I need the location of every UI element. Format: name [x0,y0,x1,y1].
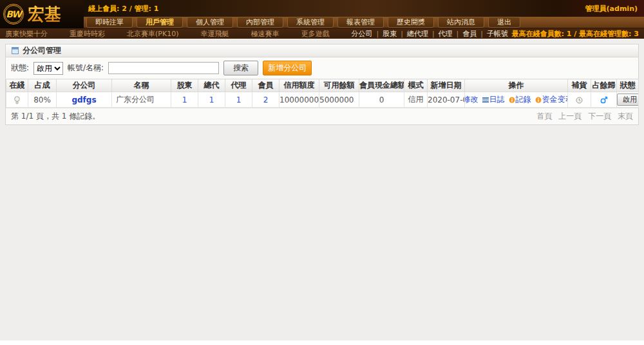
cell-share-percent: 80% [28,92,57,108]
online-count-label: 綫上會員: 2 / 管理: 1 [88,4,158,14]
last-page-link[interactable]: 末頁 [618,112,633,121]
subnav-separator: | [432,30,435,38]
table-footer: 第 1/1 頁，共 1 條記錄。 首頁 上一頁 下一頁 末頁 [6,108,638,124]
subnav-separator: | [376,30,379,38]
funds-change-link[interactable]: 资金变动 [535,94,568,105]
account-name-label: 帳號/名稱: [68,63,104,74]
next-page-link[interactable]: 下一頁 [588,112,611,121]
page: 即時注單 用戶管理 個人管理 內部管理 系統管理 報表管理 歷史開獎 站內消息 … [0,0,644,345]
branch-table: 在綫 占成 分公司 名稱 股東 總代 代理 會員 信用額度 可用餘額 會員現金總… [6,79,639,108]
page-title: 分公司管理 [23,45,61,56]
admin-account-label: 管理員(admin) [585,4,638,14]
cell-available-balance: 5000000 [319,92,359,108]
game-beijing-pk10[interactable]: 北京賽車(PK10) [127,29,178,39]
games-nav: 廣東快樂十分 重慶時時彩 北京賽車(PK10) 幸運飛艇 極速賽車 更多遊戲 分… [0,28,644,39]
cell-credit-limit: 10000000 [279,92,319,108]
subnav-general-agent[interactable]: 總代理 [407,29,428,39]
cell-restock [568,92,591,108]
account-name-input[interactable] [108,62,219,74]
cell-name: 广东分公司 [112,92,171,108]
subnav-subaccount[interactable]: 子帳號 [487,29,508,39]
cell-mode: 信用 [404,92,428,108]
cell-shareholders: 1 [171,92,198,108]
shareholders-count-link[interactable]: 1 [182,95,187,104]
bulb-icon [14,96,21,104]
agents-count-link[interactable]: 1 [236,95,242,104]
col-restock: 補貨 [568,79,591,92]
pagination: 首頁 上一頁 下一頁 末頁 [533,111,633,122]
log-link[interactable]: 日誌 [482,94,505,105]
search-button[interactable]: 搜索 [223,61,258,75]
top-header: 即時注單 用戶管理 個人管理 內部管理 系統管理 報表管理 歷史開獎 站內消息 … [0,0,644,39]
brand-bw-icon: BW [3,4,24,25]
cell-members: 2 [252,92,279,108]
cell-status: 啟用 [617,92,639,108]
nav-internal-management[interactable]: 內部管理 [237,17,283,28]
transfer-icon[interactable] [600,96,608,104]
game-lucky-airship[interactable]: 幸運飛艇 [200,29,229,39]
modify-link[interactable]: 修改 [465,94,478,105]
col-share-percent: 占成 [28,79,57,92]
nav-site-messages[interactable]: 站內消息 [438,17,484,28]
prev-page-link[interactable]: 上一頁 [558,112,582,121]
main-nav: 即時注單 用戶管理 個人管理 內部管理 系統管理 報表管理 歷史開獎 站內消息 … [0,17,644,28]
game-chongqing-ssc[interactable]: 重慶時時彩 [70,29,105,39]
nav-system-management[interactable]: 系統管理 [287,17,334,28]
table-row: 80% gdfgs 广东分公司 1 1 1 2 10000000 5000000… [6,92,639,108]
cell-date-added: 2020-07-07 [428,92,465,108]
user-level-subnav: 分公司 | 股東 | 總代理 | 代理 | 會員 | 子帳號 [351,29,508,39]
col-name: 名稱 [112,79,171,92]
game-speed-racing[interactable]: 極速賽車 [251,29,279,39]
branch-account-link[interactable]: gdfgs [71,95,96,104]
cell-operations: 退水 修改 日誌 [465,92,568,108]
nav-logout[interactable]: 退出 [488,17,520,28]
col-general-agents: 總代 [198,79,225,92]
members-count-link[interactable]: 2 [263,95,269,104]
operations-group: 退水 修改 日誌 [465,94,567,106]
main-content: 分公司管理 狀態: 啟用 帳號/名稱: 搜索 新增分公司 [0,39,644,340]
nav-personal-management[interactable]: 個人管理 [187,17,233,28]
col-credit-limit: 信用額度 [279,79,319,92]
record-summary: 第 1/1 頁，共 1 條記錄。 [11,111,100,122]
col-online: 在綫 [6,79,28,92]
col-shareholders: 股東 [171,79,198,92]
panel-grid-icon [12,47,19,54]
col-member-cash-total: 會員現金總額 [359,79,404,92]
records-link[interactable]: 記錄 [509,94,531,105]
subnav-shareholder[interactable]: 股東 [383,29,397,39]
nav-user-management[interactable]: 用戶管理 [137,17,183,28]
clock-icon[interactable] [576,97,583,104]
cell-branch: gdfgs [57,92,112,108]
brand-name: 宏基 [28,3,61,26]
col-operations: 操作 [465,79,568,92]
subnav-agent[interactable]: 代理 [439,29,453,39]
cell-general-agents: 1 [198,92,225,108]
nav-report-management[interactable]: 報表管理 [337,17,384,28]
cell-agents: 1 [225,92,252,108]
col-available-balance: 可用餘額 [319,79,359,92]
nav-instant-orders[interactable]: 即時注單 [86,17,133,28]
table-header-row: 在綫 占成 分公司 名稱 股東 總代 代理 會員 信用額度 可用餘額 會員現金總… [6,79,639,92]
brand-logo: BW 宏基 [0,0,84,28]
game-guangdong-kl10[interactable]: 廣東快樂十分 [5,29,48,39]
max-online-stats: 最高在綫會員數: 1 / 最高在綫管理數: 3 [512,29,639,39]
status-label: 狀態: [11,63,29,74]
subnav-separator: | [480,30,483,38]
general-agents-count-link[interactable]: 1 [209,95,214,104]
first-page-link[interactable]: 首頁 [537,112,553,121]
subnav-branch[interactable]: 分公司 [351,29,372,39]
more-games-link[interactable]: 更多遊戲 [301,29,329,39]
enable-button[interactable]: 啟用 [617,94,639,106]
add-branch-button[interactable]: 新增分公司 [263,61,312,75]
cell-online [6,92,28,108]
col-share-return: 占餘歸 [591,79,617,92]
filter-bar: 狀態: 啟用 帳號/名稱: 搜索 新增分公司 [6,57,638,79]
log-icon [482,97,489,103]
col-branch: 分公司 [57,79,112,92]
col-mode: 模式 [404,79,428,92]
nav-history-results[interactable]: 歷史開獎 [388,17,434,28]
status-select[interactable]: 啟用 [33,62,63,75]
panel-title-bar: 分公司管理 [6,44,638,57]
subnav-member[interactable]: 會員 [462,29,477,39]
col-members: 會員 [252,79,279,92]
